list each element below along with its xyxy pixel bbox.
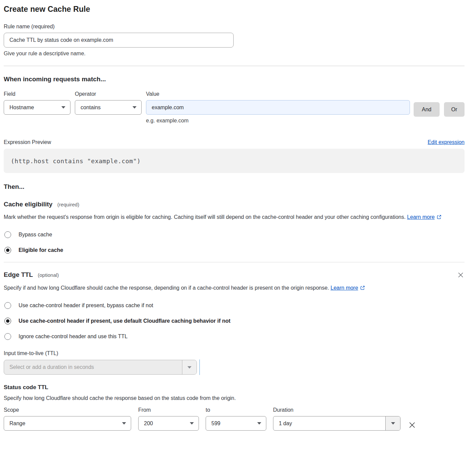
- focus-caret: [199, 359, 200, 375]
- status-code-ttl-row: Scope Range From 200 to 599 Duration 1 d…: [4, 407, 465, 431]
- operator-label: Operator: [75, 91, 142, 97]
- expression-preview-box: (http.host contains "example.com"): [4, 149, 465, 173]
- remove-status-code-row-button[interactable]: [408, 421, 416, 430]
- ttl-dropdown-button[interactable]: [182, 360, 197, 374]
- radio-button-selected-icon[interactable]: [4, 247, 11, 254]
- external-link-icon: [360, 284, 365, 293]
- section-divider: [4, 262, 465, 262]
- match-heading: When incoming requests match...: [4, 76, 465, 83]
- edge-ttl-title: Edge TTL: [4, 271, 33, 278]
- value-label: Value: [146, 91, 410, 97]
- duration-dropdown-button[interactable]: [385, 416, 400, 430]
- field-select[interactable]: Hostname: [4, 100, 70, 115]
- from-select[interactable]: 200: [138, 416, 199, 431]
- field-label: Field: [4, 91, 70, 97]
- learn-more-link[interactable]: Learn more: [331, 285, 358, 291]
- scope-select[interactable]: Range: [4, 416, 131, 431]
- field-select-value: Hostname: [9, 105, 34, 111]
- duration-label: Duration: [273, 407, 400, 413]
- duration-select[interactable]: 1 day: [273, 416, 400, 431]
- radio-button-selected-icon[interactable]: [4, 318, 11, 324]
- cache-eligibility-title: Cache eligibility: [4, 201, 53, 208]
- rule-name-help: Give your rule a descriptive name.: [4, 51, 465, 57]
- radio-ignore-cc[interactable]: Ignore cache-control header and use this…: [4, 333, 465, 340]
- radio-eligible-for-cache[interactable]: Eligible for cache: [4, 247, 465, 254]
- expression-code: (http.host contains "example.com"): [11, 157, 141, 165]
- value-input[interactable]: [146, 100, 410, 115]
- rule-name-input[interactable]: [4, 33, 234, 48]
- learn-more-link[interactable]: Learn more: [407, 214, 435, 220]
- radio-button-icon[interactable]: [4, 302, 11, 309]
- rule-name-label: Rule name (required): [4, 24, 465, 30]
- status-code-ttl-title: Status code TTL: [4, 384, 465, 391]
- from-select-value: 200: [144, 420, 153, 427]
- create-cache-rule-form: Create new Cache Rule Rule name (require…: [0, 0, 476, 439]
- operator-select[interactable]: contains: [75, 100, 142, 115]
- and-button[interactable]: And: [414, 102, 440, 117]
- status-code-ttl-description: Specify how long Cloudflare should cache…: [4, 394, 465, 403]
- cache-eligibility-description: Mark whether the request's response from…: [4, 212, 460, 223]
- radio-bypass-cache[interactable]: Bypass cache: [4, 231, 465, 238]
- radio-use-cc-default[interactable]: Use cache-control header if present, use…: [4, 318, 465, 324]
- external-link-icon: [437, 213, 442, 223]
- page-title: Create new Cache Rule: [4, 5, 465, 14]
- then-heading: Then...: [4, 183, 465, 191]
- radio-button-icon[interactable]: [4, 333, 11, 340]
- ttl-label: Input time-to-live (TTL): [4, 350, 465, 356]
- scope-label: Scope: [4, 407, 131, 413]
- ttl-placeholder: Select or add a duration in seconds: [4, 360, 182, 374]
- to-select[interactable]: 599: [206, 416, 266, 431]
- value-hint: e.g. example.com: [146, 118, 410, 124]
- expression-preview-label: Expression Preview: [4, 139, 51, 145]
- scope-select-value: Range: [9, 420, 25, 427]
- or-button[interactable]: Or: [444, 102, 465, 117]
- dropdown-arrow-icon: [187, 366, 191, 369]
- edge-ttl-description: Specify if and how long Cloudflare shoul…: [4, 283, 376, 293]
- radio-use-cc-bypass[interactable]: Use cache-control header if present, byp…: [4, 302, 465, 309]
- section-divider: [4, 66, 465, 66]
- duration-select-value: 1 day: [273, 416, 385, 430]
- from-label: From: [138, 407, 199, 413]
- dropdown-arrow-icon: [132, 106, 137, 109]
- dropdown-arrow-icon: [122, 422, 126, 425]
- edit-expression-link[interactable]: Edit expression: [428, 139, 465, 145]
- optional-tag: (optional): [38, 272, 59, 278]
- remove-edge-ttl-button[interactable]: [457, 271, 465, 280]
- to-select-value: 599: [211, 420, 220, 427]
- radio-button-icon[interactable]: [4, 231, 11, 238]
- dropdown-arrow-icon: [190, 422, 194, 425]
- operator-select-value: contains: [81, 105, 101, 111]
- dropdown-arrow-icon: [257, 422, 261, 425]
- ttl-duration-select[interactable]: Select or add a duration in seconds: [4, 360, 197, 375]
- match-condition-row: Field Hostname Operator contains Value e…: [4, 91, 465, 124]
- required-tag: (required): [57, 202, 79, 207]
- to-label: to: [206, 407, 266, 413]
- dropdown-arrow-icon: [391, 422, 395, 425]
- dropdown-arrow-icon: [61, 106, 65, 109]
